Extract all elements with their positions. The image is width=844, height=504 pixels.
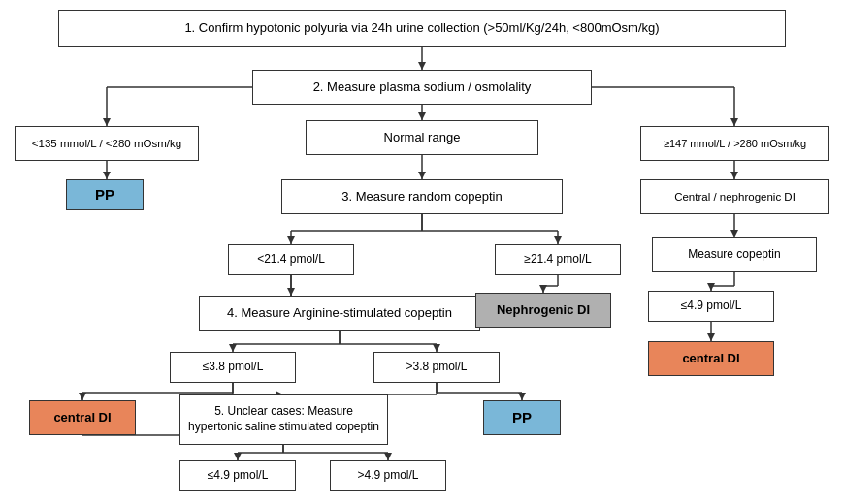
step1-box: 1. Confirm hypotonic polyuria via 24h ur… — [58, 10, 786, 47]
svg-marker-9 — [730, 118, 738, 126]
lt214-box: <21.4 pmol/L — [228, 244, 354, 275]
ge214-box: ≥21.4 pmol/L — [495, 244, 621, 275]
flowchart-diagram: 1. Confirm hypotonic polyuria via 24h ur… — [0, 0, 844, 504]
svg-marker-6 — [418, 112, 426, 120]
svg-marker-51 — [79, 393, 86, 400]
normal-range-box: Normal range — [306, 120, 538, 155]
svg-marker-71 — [384, 453, 392, 460]
svg-marker-43 — [229, 344, 237, 352]
step2-box: 2. Measure plasma sodium / osmolality — [252, 70, 592, 105]
svg-marker-29 — [707, 283, 715, 291]
le49-right-box: ≤4.9 pmol/L — [648, 291, 774, 322]
step5-box: 5. Unclear cases: Measure hypertonic sal… — [179, 394, 388, 445]
central-di-left-box: central DI — [29, 400, 136, 435]
svg-marker-15 — [730, 172, 738, 179]
svg-marker-33 — [287, 288, 295, 296]
svg-marker-39 — [707, 333, 715, 341]
svg-marker-21 — [287, 236, 295, 244]
svg-marker-4 — [103, 118, 111, 126]
central-nephro-box: Central / nephrogenic DI — [640, 179, 829, 214]
le49-left-box: ≤4.9 pmol/L — [179, 460, 296, 491]
svg-marker-17 — [730, 230, 738, 237]
measure-copeptin-box: Measure copeptin — [652, 237, 817, 272]
svg-marker-13 — [418, 172, 426, 179]
left-condition-box: <135 mmol/L / <280 mOsm/kg — [15, 126, 199, 161]
svg-marker-60 — [518, 393, 526, 400]
right-condition-box: ≥147 mmol/L / >280 mOsm/kg — [640, 126, 829, 161]
svg-marker-1 — [418, 62, 426, 70]
gt49-box: >4.9 pmol/L — [330, 460, 446, 491]
pp1-box: PP — [66, 179, 144, 210]
gt38-box: >3.8 pmol/L — [373, 352, 500, 383]
pp2-box: PP — [483, 400, 561, 435]
step3-box: 3. Measure random copeptin — [281, 179, 563, 214]
svg-marker-47 — [433, 344, 440, 352]
svg-marker-25 — [554, 236, 562, 244]
le38-box: ≤3.8 pmol/L — [170, 352, 296, 383]
svg-marker-37 — [539, 285, 547, 293]
central-di-right-box: central DI — [648, 341, 774, 376]
nephro-di-box: Nephrogenic DI — [475, 293, 611, 328]
svg-marker-11 — [103, 172, 111, 179]
svg-marker-67 — [234, 453, 242, 460]
step4-box: 4. Measure Arginine-stimulated copeptin — [199, 296, 480, 331]
